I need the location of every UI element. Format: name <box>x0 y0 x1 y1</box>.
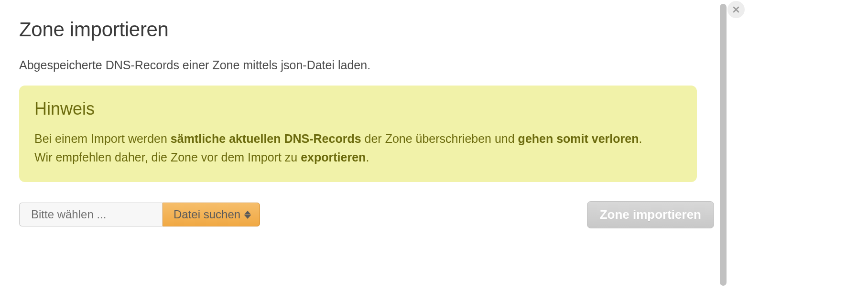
notice-text-1: Bei einem Import werden <box>34 132 171 145</box>
page-title: Zone importieren <box>19 18 697 41</box>
notice-text-4: Wir empfehlen daher, die Zone vor dem Im… <box>34 150 301 164</box>
notice-text-3: . <box>639 132 642 145</box>
close-icon[interactable] <box>727 1 745 18</box>
content-area: Zone importieren Abgespeicherte DNS-Reco… <box>0 0 716 301</box>
file-browse-label: Datei suchen <box>174 208 240 221</box>
notice-title: Hinweis <box>34 99 682 119</box>
import-zone-button[interactable]: Zone importieren <box>587 201 714 228</box>
scrollbar-thumb[interactable] <box>720 4 727 286</box>
action-row: Bitte wählen ... Datei suchen Zone impor… <box>19 201 714 228</box>
file-select-group: Bitte wählen ... Datei suchen <box>19 203 260 226</box>
import-zone-dialog: Zone importieren Abgespeicherte DNS-Reco… <box>0 0 868 301</box>
scrollbar-track[interactable] <box>720 4 727 294</box>
notice-bold-2: gehen somit verloren <box>518 132 639 145</box>
notice-bold-3: exportieren <box>301 150 366 164</box>
notice-text-2: der Zone überschrieben und <box>361 132 518 145</box>
stepper-icon <box>244 211 251 219</box>
notice-box: Hinweis Bei einem Import werden sämtlich… <box>19 86 697 182</box>
file-select-display: Bitte wählen ... <box>19 203 163 226</box>
notice-bold-1: sämtliche aktuellen DNS-Records <box>171 132 361 145</box>
notice-body: Bei einem Import werden sämtliche aktuel… <box>34 129 682 167</box>
notice-text-5: . <box>366 150 369 164</box>
description-text: Abgespeicherte DNS-Records einer Zone mi… <box>19 58 697 72</box>
file-browse-button[interactable]: Datei suchen <box>163 203 260 226</box>
